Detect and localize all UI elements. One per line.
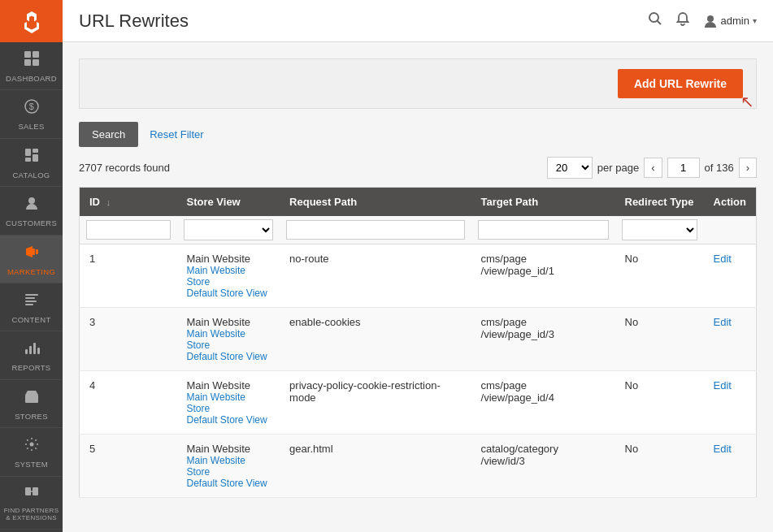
cell-redirect-type: No xyxy=(615,244,704,308)
url-rewrites-table: ID ↓ Store View Request Path Target Path… xyxy=(79,187,757,498)
content-area: Add URL Rewrite ↖ Search Reset Filter 27… xyxy=(63,42,773,532)
per-page-dropdown[interactable]: 20 30 50 100 200 xyxy=(547,157,593,179)
sidebar-item-system[interactable]: SYSTEM xyxy=(0,428,63,476)
per-page-select: 20 30 50 100 200 xyxy=(547,157,593,179)
edit-link[interactable]: Edit xyxy=(714,379,732,391)
sidebar: DASHBOARD $ SALES CATALOG CUSTOMERS MARK… xyxy=(0,0,63,532)
col-id[interactable]: ID ↓ xyxy=(80,188,177,217)
edit-link[interactable]: Edit xyxy=(714,253,732,265)
svg-rect-21 xyxy=(29,397,34,403)
cell-redirect-type: No xyxy=(615,308,704,371)
cell-store-view: Main Website Main Website Store Default … xyxy=(177,371,280,435)
admin-dropdown-icon: ▾ xyxy=(753,16,757,25)
filter-request-input[interactable] xyxy=(286,220,464,240)
search-icon[interactable] xyxy=(648,11,662,30)
svg-rect-16 xyxy=(25,349,28,354)
svg-rect-14 xyxy=(25,301,37,302)
svg-rect-15 xyxy=(25,304,33,305)
cell-request-path: no-route xyxy=(280,244,471,308)
cell-request-path: privacy-policy-cookie-restriction-mode xyxy=(280,371,471,435)
cell-store-view: Main Website Main Website Store Default … xyxy=(177,308,280,371)
table-row: 3 Main Website Main Website Store Defaul… xyxy=(80,308,757,371)
edit-link[interactable]: Edit xyxy=(714,316,732,328)
table-filter-row xyxy=(80,216,757,244)
admin-username: admin xyxy=(721,15,749,27)
search-button[interactable]: Search xyxy=(79,122,138,147)
sidebar-item-dashboard[interactable]: DASHBOARD xyxy=(0,42,63,90)
store-sub-store: Main Website Store xyxy=(187,391,271,414)
filter-target-cell xyxy=(471,216,615,244)
filter-redirect-cell xyxy=(615,216,704,244)
store-main: Main Website xyxy=(187,253,271,265)
cell-target-path: cms/page /view/page_id/4 xyxy=(471,371,615,435)
sidebar-item-reports-label: REPORTS xyxy=(12,363,51,372)
sidebar-item-marketing[interactable]: MARKETING xyxy=(0,236,63,283)
dashboard-icon xyxy=(24,50,40,71)
cell-redirect-type: No xyxy=(615,371,704,435)
cell-target-path: cms/page /view/page_id/1 xyxy=(471,244,615,308)
sidebar-item-system-label: SYSTEM xyxy=(15,460,48,469)
notification-icon[interactable] xyxy=(675,11,690,30)
action-bar: Add URL Rewrite ↖ xyxy=(79,58,757,109)
filter-store-cell xyxy=(177,216,280,244)
search-bar: Search Reset Filter xyxy=(79,122,757,147)
svg-rect-3 xyxy=(33,59,39,66)
sidebar-item-customers[interactable]: CUSTOMERS xyxy=(0,187,63,235)
sidebar-logo[interactable] xyxy=(0,0,63,42)
svg-point-10 xyxy=(28,197,35,204)
svg-rect-9 xyxy=(33,154,38,162)
store-sub-default: Default Store View xyxy=(187,351,271,362)
table-row: 1 Main Website Main Website Store Defaul… xyxy=(80,244,757,308)
svg-rect-23 xyxy=(25,487,31,495)
sidebar-item-catalog[interactable]: CATALOG xyxy=(0,139,63,187)
col-store-view: Store View xyxy=(177,188,280,217)
cell-action: Edit xyxy=(704,435,757,498)
sidebar-item-stores-label: STORES xyxy=(15,412,48,421)
store-main: Main Website xyxy=(187,379,271,391)
cell-store-view: Main Website Main Website Store Default … xyxy=(177,244,280,308)
records-found: 2707 records found xyxy=(79,162,170,174)
filter-target-input[interactable] xyxy=(478,220,609,240)
col-action: Action xyxy=(704,188,757,217)
reset-filter-button[interactable]: Reset Filter xyxy=(146,122,206,147)
cell-id: 5 xyxy=(80,435,177,498)
cell-id: 4 xyxy=(80,371,177,435)
store-sub-default: Default Store View xyxy=(187,288,271,299)
store-sub-default: Default Store View xyxy=(187,414,271,426)
cell-id: 1 xyxy=(80,244,177,308)
sidebar-item-content[interactable]: CONTENT xyxy=(0,283,63,331)
admin-user-menu[interactable]: admin ▾ xyxy=(703,14,757,28)
sidebar-item-sales[interactable]: $ SALES xyxy=(0,90,63,138)
svg-rect-6 xyxy=(25,149,31,156)
cell-action: Edit xyxy=(704,371,757,435)
svg-rect-18 xyxy=(33,343,36,354)
filter-redirect-select[interactable] xyxy=(622,219,697,240)
svg-rect-19 xyxy=(37,348,40,354)
store-main: Main Website xyxy=(187,443,271,455)
add-url-rewrite-button[interactable]: Add URL Rewrite xyxy=(618,69,743,98)
svg-rect-12 xyxy=(25,294,38,296)
svg-rect-1 xyxy=(33,51,39,58)
store-sub-store: Main Website Store xyxy=(187,265,271,288)
next-page-button[interactable]: › xyxy=(739,158,757,178)
col-id-label: ID xyxy=(89,196,100,208)
prev-page-button[interactable]: ‹ xyxy=(644,158,662,178)
sidebar-item-content-label: CONTENT xyxy=(11,315,50,324)
page-number-input[interactable] xyxy=(667,158,700,178)
add-button-wrapper: Add URL Rewrite ↖ xyxy=(618,69,743,98)
svg-rect-13 xyxy=(25,297,35,299)
svg-rect-24 xyxy=(33,487,38,495)
filter-id-input[interactable] xyxy=(86,220,171,240)
filter-store-select[interactable] xyxy=(184,219,274,240)
svg-rect-8 xyxy=(25,158,31,162)
sidebar-item-stores[interactable]: STORES xyxy=(0,380,63,428)
svg-point-25 xyxy=(649,13,658,22)
sidebar-item-reports[interactable]: REPORTS xyxy=(0,331,63,379)
cell-action: Edit xyxy=(704,308,757,371)
svg-point-22 xyxy=(29,443,33,447)
edit-link[interactable]: Edit xyxy=(714,443,732,455)
sidebar-item-marketing-label: MARKETING xyxy=(7,267,55,276)
sales-icon: $ xyxy=(24,98,40,119)
sidebar-item-dashboard-label: DASHBOARD xyxy=(6,74,57,83)
sidebar-item-find-partners[interactable]: FIND PARTNERS & EXTENSIONS xyxy=(0,477,63,530)
